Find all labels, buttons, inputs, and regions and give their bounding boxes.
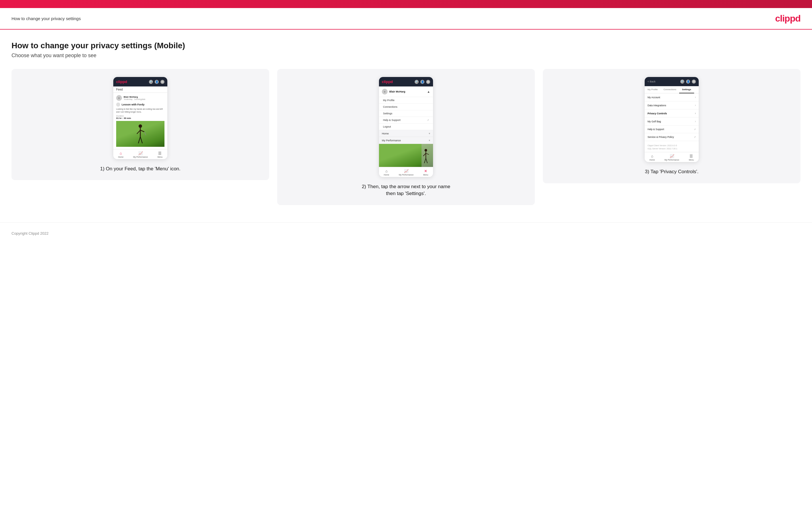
settings-item-privacy-controls[interactable]: Privacy Controls › [645,109,699,117]
menu-label-3: Menu [689,159,694,161]
avatar: B [116,95,122,101]
tab-connections[interactable]: Connections [661,86,679,93]
settings-tabs: My Profile Connections Settings [645,86,699,93]
menu-item-help[interactable]: Help & Support ↗ [379,117,433,123]
menu-dropdown: B Blair McHarg ▲ My Profile Connections … [379,87,433,167]
post-header: B Blair McHarg Yesterday · Sunningdale [116,95,164,101]
phone-1-bottom-nav: ⌂ Home 📈 My Performance ☰ Menu [113,149,167,159]
post-user: Blair McHarg [123,96,146,99]
user-icon-3[interactable]: 👤 [686,79,690,83]
search-icon-2[interactable]: 🔍 [415,80,419,84]
menu-section-home[interactable]: Home ▾ [379,130,433,137]
menu-icon: ☰ [158,151,162,155]
user-icon-2[interactable]: 👤 [420,80,424,84]
svg-line-9 [423,153,426,156]
nav3-home[interactable]: ⌂ Home [650,154,655,161]
home-icon: ⌂ [119,151,122,155]
search-icon[interactable]: 🔍 [149,80,153,84]
top-bar [0,0,812,8]
phone-2-icons: 🔍 👤 ⚙ [415,80,430,84]
page-subheading: Choose what you want people to see [11,53,801,59]
external-link-icon: ↗ [427,119,429,121]
phone-2-logo: clippd [382,79,393,84]
settings-icon-2[interactable]: ⚙ [426,80,430,84]
menu-label: Menu [158,156,163,158]
golf-image [116,121,164,147]
header-title: How to change your privacy settings [11,16,81,21]
nav3-menu[interactable]: ☰ Menu [689,154,694,161]
nav2-menu[interactable]: ✕ Menu [423,169,428,176]
performance-icon: 📈 [138,151,143,155]
step-2-caption: 2) Then, tap the arrow next to your name… [357,183,455,197]
menu-label-2: Menu [423,174,428,176]
chevron-up-icon: ▲ [427,90,430,93]
feed-tab[interactable]: Feed [113,87,167,93]
page-heading: How to change your privacy settings (Mob… [11,41,801,50]
nav2-performance[interactable]: 📈 My Performance [399,169,413,176]
svg-point-7 [425,149,427,152]
post-title: Lesson with Fordy [121,103,145,106]
performance-label-3: My Performance [664,159,679,161]
step-1-card: clippd 🔍 👤 ⚙ Feed B Blair McHarg [11,69,269,180]
phone-2-navbar: clippd 🔍 👤 ⚙ [379,77,433,87]
home-label-2: Home [384,174,389,176]
nav-performance[interactable]: 📈 My Performance [133,151,148,158]
duration-label: Duration [116,115,164,117]
menu-avatar: B [382,89,388,95]
back-button[interactable]: < Back [648,80,656,83]
settings-item-data-integrations[interactable]: Data Integrations › [645,101,699,109]
performance-label-2: My Performance [399,174,413,176]
step-1-phone: clippd 🔍 👤 ⚙ Feed B Blair McHarg [113,77,167,159]
step-2-phone: clippd 🔍 👤 ⚙ B Blair McHarg [379,77,433,177]
svg-line-3 [140,130,144,132]
settings-item-service-privacy[interactable]: Service & Privacy Policy ↗ [645,133,699,141]
menu-item-my-profile[interactable]: My Profile [379,97,433,104]
home-chevron-down: ▾ [429,132,430,135]
nav3-performance[interactable]: 📈 My Performance [664,154,679,161]
post-title-row: Lesson with Fordy [116,103,164,107]
my-golf-bag-chevron: › [695,120,696,123]
menu-section-performance[interactable]: My Performance ▾ [379,137,433,144]
svg-line-12 [426,158,427,163]
help-external-icon: ↗ [694,128,696,131]
menu-item-settings[interactable]: Settings [379,110,433,117]
search-icon-3[interactable]: 🔍 [680,79,684,83]
menu-item-logout[interactable]: Logout [379,123,433,130]
step-2-card: clippd 🔍 👤 ⚙ B Blair McHarg [277,69,535,205]
settings-icon[interactable]: ⚙ [160,80,164,84]
nav2-home[interactable]: ⌂ Home [384,169,389,176]
settings-item-my-account[interactable]: My Account › [645,93,699,101]
home-icon-3: ⌂ [651,154,653,158]
server-version: GQL Server Version: 2022.7.30-1 [648,147,696,150]
help-label: Help & Support [383,119,401,121]
data-integrations-label: Data Integrations [648,104,666,107]
svg-line-4 [138,137,140,143]
svg-point-0 [139,124,142,128]
golfer-svg [135,124,146,147]
nav-home[interactable]: ⌂ Home [118,151,123,158]
phone-1-navbar: clippd 🔍 👤 ⚙ [113,77,167,87]
footer: Copyright Clippd 2022 [0,222,812,244]
menu-item-connections[interactable]: Connections [379,104,433,110]
tab-my-profile[interactable]: My Profile [645,86,661,93]
home-label: Home [118,156,123,158]
phone-3-icons: 🔍 👤 ⚙ [680,79,696,83]
menu-user-left: B Blair McHarg [382,89,405,95]
menu-user-row[interactable]: B Blair McHarg ▲ [379,87,433,97]
nav-menu[interactable]: ☰ Menu [158,151,163,158]
performance-chevron-down: ▾ [429,139,430,142]
phone-1-icons: 🔍 👤 ⚙ [149,80,164,84]
logo: clippd [775,13,801,24]
settings-item-my-golf-bag[interactable]: My Golf Bag › [645,117,699,125]
step-3-phone: < Back 🔍 👤 ⚙ My Profile Connections Sett… [645,77,699,162]
tab-settings[interactable]: Settings [679,86,694,93]
user-icon[interactable]: 👤 [155,80,159,84]
settings-item-help-support[interactable]: Help & Support ↗ [645,125,699,133]
home-label-3: Home [650,159,655,161]
phone-3-bottom-nav: ⌂ Home 📈 My Performance ☰ Menu [645,152,699,162]
settings-icon-3[interactable]: ⚙ [692,79,696,83]
performance-icon-3: 📈 [670,154,674,158]
version-info: Clippd Client Version: 2022.8.3-3 GQL Se… [645,141,699,152]
data-integrations-chevron: › [695,104,696,107]
svg-line-2 [137,130,140,134]
